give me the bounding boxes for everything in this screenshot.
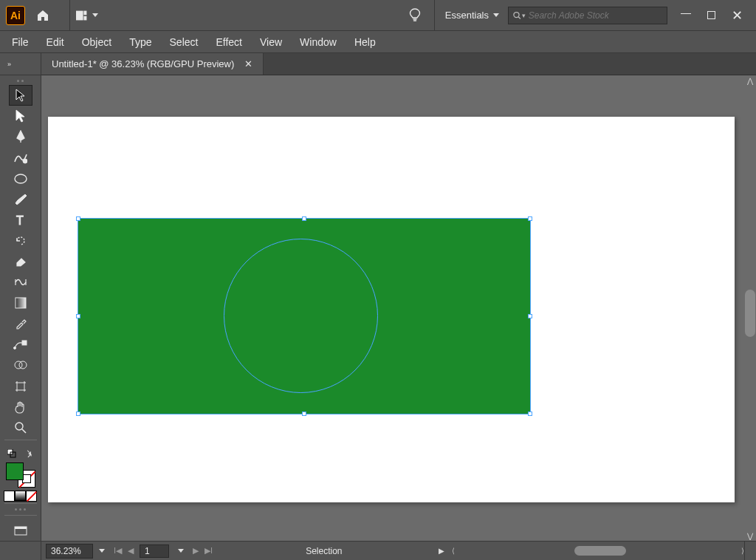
tool-shape-builder[interactable] xyxy=(9,355,32,375)
fill-stroke-extras xyxy=(4,446,37,462)
svg-line-4 xyxy=(518,16,520,18)
tool-eyedropper[interactable] xyxy=(9,313,32,334)
selection-handle[interactable] xyxy=(302,412,306,416)
menu-object[interactable]: Object xyxy=(73,32,120,52)
gradient-mode-button[interactable] xyxy=(15,491,26,502)
tool-panel-grip[interactable] xyxy=(9,77,32,85)
tool-separator xyxy=(4,515,37,516)
search-input[interactable] xyxy=(529,10,662,21)
tool-blend[interactable] xyxy=(9,334,32,355)
chevron-down-icon xyxy=(493,13,499,17)
svg-point-6 xyxy=(15,174,27,183)
selection-handle[interactable] xyxy=(76,216,80,221)
selection-handle[interactable] xyxy=(528,412,532,416)
window-close-button[interactable]: ✕ xyxy=(732,7,743,24)
window-maximize-button[interactable] xyxy=(707,11,715,19)
svg-text:T: T xyxy=(16,214,24,226)
tab-close-button[interactable]: ✕ xyxy=(244,58,252,69)
menu-file[interactable]: File xyxy=(3,32,38,52)
tool-panel: T xyxy=(0,75,41,541)
menu-edit[interactable]: Edit xyxy=(38,32,73,52)
selection-handle[interactable] xyxy=(76,314,80,318)
status-left-blank xyxy=(0,542,41,561)
scroll-up-arrow[interactable]: ⋀ xyxy=(744,75,756,86)
screen-mode-button[interactable] xyxy=(9,522,32,541)
menu-help[interactable]: Help xyxy=(346,32,385,52)
horizontal-scrollbar[interactable]: ⟨ ⟩ xyxy=(452,546,745,556)
tool-ellipse[interactable] xyxy=(9,168,32,189)
workspace-switcher[interactable]: Essentials xyxy=(445,10,499,21)
status-corner xyxy=(744,542,756,561)
svg-point-11 xyxy=(15,361,22,369)
scroll-down-arrow[interactable]: ⋁ xyxy=(744,530,756,541)
svg-rect-0 xyxy=(76,10,83,20)
next-artboard-button[interactable]: ▶ xyxy=(193,546,199,556)
tool-type[interactable]: T xyxy=(9,210,32,231)
tool-hand[interactable] xyxy=(9,397,32,417)
vertical-scroll-thumb[interactable] xyxy=(745,290,755,337)
document-tab-title: Untitled-1* @ 36.23% (RGB/GPU Preview) xyxy=(52,58,234,69)
horizontal-scroll-thumb[interactable] xyxy=(574,546,626,556)
swap-fill-stroke-icon[interactable] xyxy=(25,449,34,458)
tool-eraser[interactable] xyxy=(9,251,32,272)
tool-rotate[interactable] xyxy=(9,231,32,251)
vertical-scrollbar[interactable]: ⋀ ⋁ xyxy=(744,75,756,541)
tool-zoom[interactable] xyxy=(9,417,32,438)
search-adobe-stock[interactable]: ▾ xyxy=(508,7,667,24)
color-mode-button[interactable] xyxy=(4,491,15,502)
toolpanel-collapse[interactable]: » xyxy=(0,53,41,75)
menu-select[interactable]: Select xyxy=(161,32,207,52)
tool-separator xyxy=(4,503,37,504)
document-tab-strip: » Untitled-1* @ 36.23% (RGB/GPU Preview)… xyxy=(0,53,756,75)
svg-line-15 xyxy=(22,429,26,433)
fill-swatch[interactable] xyxy=(6,462,24,480)
scroll-right-arrow[interactable]: ⟩ xyxy=(741,547,744,555)
artboard[interactable] xyxy=(48,117,735,502)
last-artboard-button[interactable]: ▶I xyxy=(205,546,213,556)
tool-artboard[interactable] xyxy=(9,376,32,397)
svg-point-3 xyxy=(514,12,519,17)
tool-curvature[interactable] xyxy=(9,147,32,168)
zoom-dropdown-button[interactable] xyxy=(99,549,105,553)
svg-rect-10 xyxy=(22,341,27,345)
artboard-dropdown-button[interactable] xyxy=(178,549,184,553)
divider xyxy=(434,0,435,31)
svg-point-12 xyxy=(19,361,27,369)
home-button[interactable] xyxy=(32,5,53,26)
menu-effect[interactable]: Effect xyxy=(207,32,251,52)
selection-handle[interactable] xyxy=(528,216,532,221)
window-controls: — ✕ xyxy=(681,7,743,24)
discover-button[interactable] xyxy=(405,5,425,26)
default-fill-stroke-icon[interactable] xyxy=(7,449,16,458)
tool-pen[interactable] xyxy=(9,126,32,147)
scroll-left-arrow[interactable]: ⟨ xyxy=(452,547,455,555)
first-artboard-button[interactable]: I◀ xyxy=(114,546,122,556)
draw-mode-row xyxy=(4,491,37,502)
tool-direct-selection[interactable] xyxy=(9,106,32,126)
tool-width[interactable] xyxy=(9,272,32,293)
tool-gradient[interactable] xyxy=(9,293,32,313)
tool-dots[interactable] xyxy=(9,505,32,513)
svg-point-5 xyxy=(23,159,27,163)
document-tab[interactable]: Untitled-1* @ 36.23% (RGB/GPU Preview) ✕ xyxy=(41,53,264,75)
menu-type[interactable]: Type xyxy=(120,32,160,52)
artboard-index-input[interactable]: 1 xyxy=(140,544,169,558)
menu-view[interactable]: View xyxy=(251,32,291,52)
menu-window[interactable]: Window xyxy=(291,32,346,52)
tool-selection[interactable] xyxy=(9,85,32,106)
tool-paintbrush[interactable] xyxy=(9,189,32,210)
selection-bounding-box[interactable] xyxy=(78,218,531,414)
canvas-area[interactable]: ⋀ ⋁ xyxy=(41,75,756,541)
selection-handle[interactable] xyxy=(528,314,532,318)
status-popup-button[interactable]: ▶ xyxy=(439,547,444,555)
none-mode-button[interactable] xyxy=(26,491,37,502)
svg-rect-1 xyxy=(83,10,86,15)
window-minimize-button[interactable]: — xyxy=(681,7,691,18)
selection-handle[interactable] xyxy=(76,412,80,416)
svg-point-14 xyxy=(16,423,23,430)
fill-stroke-indicator[interactable] xyxy=(6,462,35,488)
selection-handle[interactable] xyxy=(302,216,306,221)
prev-artboard-button[interactable]: ◀ xyxy=(128,546,134,556)
arrange-documents-button[interactable] xyxy=(76,5,98,26)
zoom-level-input[interactable]: 36.23% xyxy=(46,544,93,559)
